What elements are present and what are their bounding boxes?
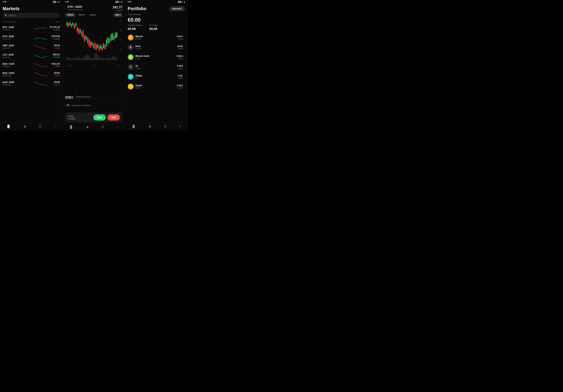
market-price-col: €211.33 -0.48% xyxy=(49,62,60,68)
asset-pct: 87.58% xyxy=(135,38,177,40)
svg-rect-27 xyxy=(95,54,95,60)
nav-account-icon[interactable]: ○ xyxy=(117,125,119,129)
asset-item-zrx[interactable]: ✕ 0x 0.00% 0 ZRX €0.00 › xyxy=(125,62,188,72)
tab-trade-history[interactable]: Trade History xyxy=(76,95,91,98)
market-item-xrp-eur[interactable]: XRP • EUR 5.1M XRP €0.24 -4.52% xyxy=(0,42,62,51)
market-price: €0.24 xyxy=(49,44,60,47)
svg-rect-29 xyxy=(97,55,98,60)
nav-orders-icon[interactable]: ☰ xyxy=(39,124,41,128)
svg-rect-24 xyxy=(90,57,91,60)
svg-rect-10 xyxy=(70,58,70,60)
available-label: Available balance xyxy=(128,24,143,26)
tab-orders[interactable]: Orders xyxy=(65,95,73,98)
svg-rect-34 xyxy=(105,59,105,60)
tab-book[interactable]: BOOK xyxy=(88,13,98,17)
svg-rect-48 xyxy=(70,22,70,25)
asset-info: 0x 0.00% xyxy=(135,64,177,69)
orders-section: Orders Trade History ☰🔍 You have no orde… xyxy=(63,94,125,111)
asset-crypto: 0 ZIL xyxy=(178,74,183,77)
svg-rect-38 xyxy=(111,58,112,60)
market-item-left: ETH • EUR 34.4k ETH xyxy=(3,35,32,40)
portfolio-bottom-nav: ▐▌ ◑ ☰ ○ xyxy=(125,122,188,131)
market-change: -3.10% xyxy=(49,74,60,77)
search-bar[interactable]: 🔍 Search xyxy=(3,13,60,18)
asset-fiat: €0.00 xyxy=(177,87,183,89)
asset-crypto: €0.00 xyxy=(178,45,183,48)
svg-rect-33 xyxy=(103,58,104,60)
market-item-eos-eur[interactable]: EOS • EUR 76.9k EOS €2.84 -3.10% xyxy=(0,70,62,79)
chevron-right-icon: › xyxy=(184,46,185,49)
chart-bottom-nav: ▐▌ ◑ ☰ ○ xyxy=(63,124,125,131)
market-volume: 6.3M XLM xyxy=(3,84,32,86)
asset-fiat: €0.00 xyxy=(177,67,183,69)
nav-portfolio-icon[interactable]: ◑ xyxy=(86,125,89,129)
nav-portfolio-icon[interactable]: ◑ xyxy=(149,124,151,128)
asset-item-bch[interactable]: ₿ Bitcoin Cash 1.40% 0 BCH €0.00 › xyxy=(125,52,188,62)
on-orders-block: On orders €0.00 xyxy=(149,24,158,31)
market-pair: XLM • EUR xyxy=(3,81,32,84)
market-item-left: LTC • EUR 30.4k LTC xyxy=(3,53,32,58)
nav-orders-icon[interactable]: ☰ xyxy=(101,125,104,129)
nav-portfolio-icon[interactable]: ◑ xyxy=(23,124,26,128)
market-item-eth-eur[interactable]: ETH • EUR 34.4k ETH €174.44 +3.69% xyxy=(0,33,62,42)
market-item-ltc-eur[interactable]: LTC • EUR 30.4k LTC €52.67 +0.02% xyxy=(0,51,62,61)
svg-rect-25 xyxy=(91,58,92,60)
nav-account-icon[interactable]: ○ xyxy=(179,125,181,128)
svg-rect-54 xyxy=(74,25,75,28)
svg-rect-39 xyxy=(112,57,113,60)
status-bar-left: 3:58 ▐▐▐ ▲ ▮ xyxy=(0,0,62,3)
svg-rect-28 xyxy=(96,53,97,60)
buy-button[interactable]: Buy xyxy=(93,114,106,121)
asset-amounts: 0 BTC €0.00 xyxy=(177,35,183,40)
tab-price[interactable]: PRICE xyxy=(65,13,76,17)
market-pair: BTC • EUR xyxy=(3,26,32,28)
chart-header-left: ‹ ETH • USDC 10.4k ETH 24hr vol xyxy=(65,5,83,11)
zrx-icon: ✕ xyxy=(128,64,134,70)
timeframe-selector[interactable]: 15M ▾ xyxy=(113,13,122,17)
svg-rect-98 xyxy=(106,39,107,46)
asset-amounts: €0.00 €0.00 xyxy=(178,45,183,50)
nav-account-icon[interactable]: ○ xyxy=(54,125,56,128)
asset-name: Euro xyxy=(135,45,178,48)
sell-button[interactable]: Sell xyxy=(107,114,120,121)
chart-pair-info: ETH • USDC 10.4k ETH 24hr vol xyxy=(68,5,83,11)
nav-markets-icon[interactable]: ▐▌ xyxy=(69,125,73,129)
svg-rect-13 xyxy=(74,59,75,60)
market-pair: ETH • EUR xyxy=(3,35,32,38)
nav-markets-icon[interactable]: ▐▌ xyxy=(132,125,136,128)
eth-balance: 0 ETH xyxy=(68,115,75,117)
status-time-mid: 3:58 xyxy=(65,1,69,3)
asset-item-zil[interactable]: Z Zilliqa 0% 0 ZIL €0.00 › xyxy=(125,72,188,82)
svg-text:190: 190 xyxy=(119,39,122,41)
time-label-3: 14:00 xyxy=(116,65,120,66)
market-change: -4.52% xyxy=(49,47,60,49)
market-item-xlm-eur[interactable]: XLM • EUR 6.3M XLM €0.05 -3.78% xyxy=(0,79,62,88)
asset-amounts: 0 ZRX €0.00 xyxy=(177,65,183,69)
market-price: €52.67 xyxy=(49,53,60,56)
asset-item-btc[interactable]: ₿ Bitcoin 87.58% 0 BTC €0.00 › xyxy=(125,33,188,42)
asset-amounts: 0 ZEC €0.00 xyxy=(177,84,183,89)
tab-depth[interactable]: DEPTH xyxy=(76,13,87,17)
market-pair: LTC • EUR xyxy=(3,53,32,56)
nav-markets-icon[interactable]: ▐▌ xyxy=(6,125,11,128)
market-item-bch-eur[interactable]: BCH • EUR 2.5k BCH €211.33 -0.48% xyxy=(0,61,62,70)
svg-rect-88 xyxy=(99,46,100,50)
asset-amounts: 0 BCH €0.00 xyxy=(177,55,183,60)
fiat-markets-label: FIAT MARKETS xyxy=(3,21,16,23)
asset-fiat: €0.00 xyxy=(178,48,183,50)
back-button[interactable]: ‹ xyxy=(65,7,66,10)
time-label-2: 11:00 xyxy=(92,65,96,66)
asset-item-zec[interactable]: Z Zcash 0.00% 0 ZEC €0.00 › xyxy=(125,82,188,92)
market-price-col: €2.84 -3.10% xyxy=(49,72,60,77)
svg-rect-104 xyxy=(111,34,112,41)
svg-rect-37 xyxy=(109,58,110,60)
svg-text:188: 188 xyxy=(119,49,122,50)
ltc-sparkline xyxy=(34,53,47,59)
asset-item-eur[interactable]: € Euro 11.02% €0.00 €0.00 › xyxy=(125,42,188,52)
market-item-left: EOS • EUR 76.9k EOS xyxy=(3,72,32,77)
market-item-btc-eur[interactable]: BTC • EUR 2.0k BTC €7,731.10 +3.22% xyxy=(0,24,62,33)
deposit-button[interactable]: DEPOSIT xyxy=(169,6,185,11)
zec-icon: Z xyxy=(128,84,134,89)
svg-rect-90 xyxy=(100,45,101,49)
nav-orders-icon[interactable]: ☰ xyxy=(164,124,166,128)
